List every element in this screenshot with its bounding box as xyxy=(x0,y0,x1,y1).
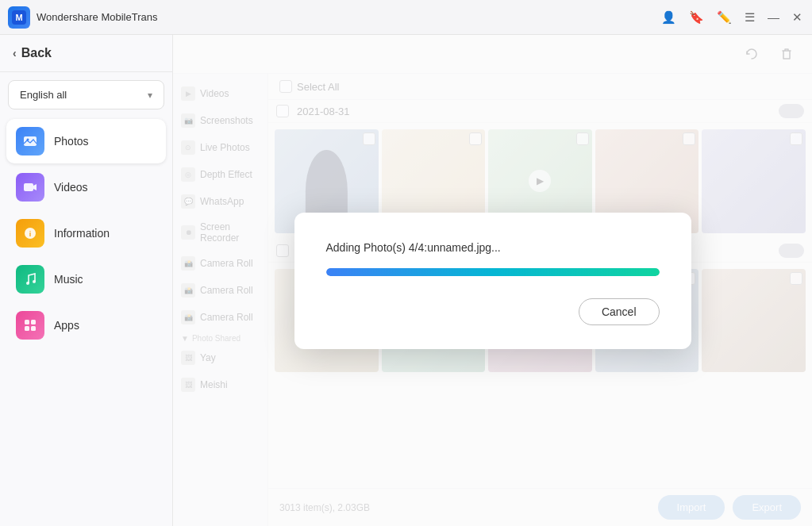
modal-dialog: Adding Photo(s) 4/4:unnamed.jpg... Cance… xyxy=(294,213,691,349)
information-label: Information xyxy=(54,227,110,240)
sidebar-item-information[interactable]: i Information xyxy=(6,211,166,255)
app-icon: M xyxy=(8,6,30,29)
app-title: Wondershare MobileTrans xyxy=(37,11,157,23)
sidebar-item-music[interactable]: Music xyxy=(6,257,166,301)
minimize-icon[interactable]: — xyxy=(768,10,779,24)
photos-icon xyxy=(16,127,44,155)
menu-icon[interactable]: ☰ xyxy=(745,10,755,25)
edit-icon[interactable]: ✏️ xyxy=(717,10,732,25)
language-selector[interactable]: English all ▾ xyxy=(8,80,164,109)
modal-actions: Cancel xyxy=(326,298,660,325)
music-label: Music xyxy=(54,273,83,286)
videos-label: Videos xyxy=(54,181,88,194)
modal-overlay: Adding Photo(s) 4/4:unnamed.jpg... Cance… xyxy=(173,35,812,526)
progress-bar-container xyxy=(326,268,660,276)
chevron-down-icon: ▾ xyxy=(148,90,152,101)
bookmark-icon[interactable]: 🔖 xyxy=(689,10,704,25)
svg-text:M: M xyxy=(15,13,22,22)
back-arrow-icon: ‹ xyxy=(13,47,17,60)
cancel-button[interactable]: Cancel xyxy=(579,298,660,325)
svg-rect-9 xyxy=(25,320,29,324)
language-label: English all xyxy=(20,89,67,101)
svg-rect-4 xyxy=(24,183,33,191)
close-icon[interactable]: ✕ xyxy=(792,10,802,25)
information-icon: i xyxy=(16,219,44,248)
svg-point-7 xyxy=(26,282,29,285)
main-container: ‹ Back English all ▾ Photos xyxy=(0,35,812,526)
title-bar-controls: 👤 🔖 ✏️ ☰ — ✕ xyxy=(661,10,802,25)
sidebar-item-photos[interactable]: Photos xyxy=(6,119,166,163)
back-button[interactable]: ‹ Back xyxy=(0,35,172,72)
svg-rect-12 xyxy=(31,326,36,331)
svg-text:i: i xyxy=(29,230,32,238)
photos-label: Photos xyxy=(54,135,89,148)
svg-rect-10 xyxy=(31,320,36,324)
apps-label: Apps xyxy=(54,319,79,332)
nav-items: Photos Videos i Informa xyxy=(0,113,172,354)
profile-icon[interactable]: 👤 xyxy=(661,10,676,25)
title-bar-left: M Wondershare MobileTrans xyxy=(8,6,157,29)
sidebar-item-videos[interactable]: Videos xyxy=(6,165,166,209)
modal-status-text: Adding Photo(s) 4/4:unnamed.jpg... xyxy=(326,241,660,254)
svg-point-8 xyxy=(33,280,36,283)
videos-icon xyxy=(16,173,44,202)
back-label: Back xyxy=(21,46,52,60)
apps-icon xyxy=(16,311,44,340)
title-bar: M Wondershare MobileTrans 👤 🔖 ✏️ ☰ — ✕ xyxy=(0,0,812,35)
svg-rect-11 xyxy=(25,326,29,331)
music-icon xyxy=(16,265,44,294)
progress-bar-fill xyxy=(326,268,660,276)
sidebar-item-apps[interactable]: Apps xyxy=(6,303,166,347)
sidebar: ‹ Back English all ▾ Photos xyxy=(0,35,173,526)
